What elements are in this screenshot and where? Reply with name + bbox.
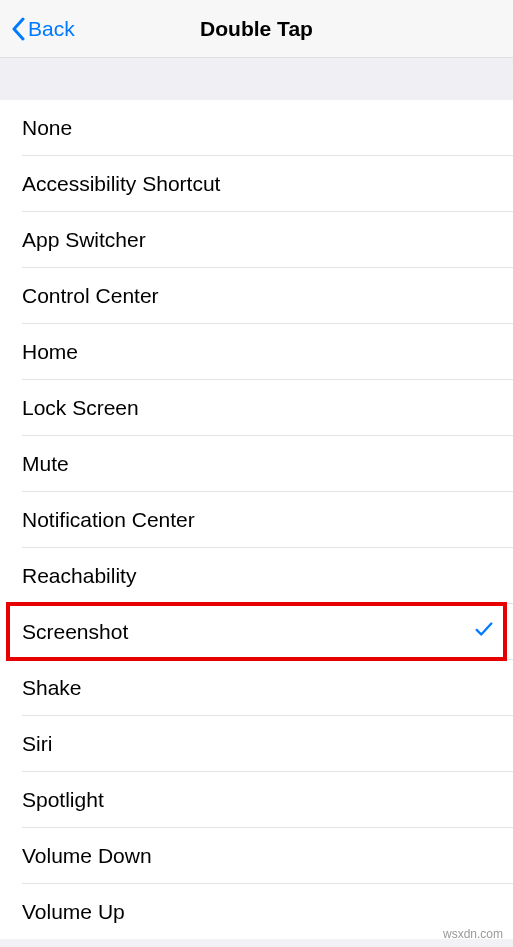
option-row-inner: None: [0, 100, 513, 155]
back-label: Back: [28, 17, 75, 41]
option-row[interactable]: None: [0, 100, 513, 155]
option-label: Accessibility Shortcut: [22, 172, 220, 196]
option-row-inner: Volume Down: [0, 828, 513, 883]
option-label: Volume Up: [22, 900, 125, 924]
option-label: Spotlight: [22, 788, 104, 812]
option-label: Screenshot: [22, 620, 128, 644]
option-label: Mute: [22, 452, 69, 476]
option-row[interactable]: Siri: [0, 716, 513, 771]
option-row-inner: Accessibility Shortcut: [0, 156, 513, 211]
option-row[interactable]: Spotlight: [0, 772, 513, 827]
option-row-inner: Screenshot: [0, 604, 513, 659]
option-row-inner: Siri: [0, 716, 513, 771]
option-row-inner: Volume Up: [0, 884, 513, 939]
option-label: Reachability: [22, 564, 136, 588]
option-row-inner: Reachability: [0, 548, 513, 603]
option-row-inner: Lock Screen: [0, 380, 513, 435]
option-row-inner: Control Center: [0, 268, 513, 323]
option-label: Volume Down: [22, 844, 152, 868]
back-button[interactable]: Back: [0, 17, 75, 41]
option-label: Lock Screen: [22, 396, 139, 420]
option-label: App Switcher: [22, 228, 146, 252]
option-row[interactable]: Control Center: [0, 268, 513, 323]
options-list: NoneAccessibility ShortcutApp SwitcherCo…: [0, 100, 513, 939]
option-row[interactable]: App Switcher: [0, 212, 513, 267]
page-title: Double Tap: [0, 17, 513, 41]
option-label: Shake: [22, 676, 82, 700]
option-row[interactable]: Mute: [0, 436, 513, 491]
option-row-inner: App Switcher: [0, 212, 513, 267]
option-row[interactable]: Accessibility Shortcut: [0, 156, 513, 211]
option-label: None: [22, 116, 72, 140]
option-row-inner: Mute: [0, 436, 513, 491]
option-row-inner: Home: [0, 324, 513, 379]
option-row[interactable]: Shake: [0, 660, 513, 715]
watermark: wsxdn.com: [443, 927, 503, 941]
navbar: Back Double Tap: [0, 0, 513, 58]
option-label: Siri: [22, 732, 52, 756]
option-row-inner: Notification Center: [0, 492, 513, 547]
option-row[interactable]: Home: [0, 324, 513, 379]
section-spacer: [0, 58, 513, 100]
option-row-inner: Shake: [0, 660, 513, 715]
option-row[interactable]: Volume Down: [0, 828, 513, 883]
chevron-left-icon: [10, 17, 26, 41]
option-row[interactable]: Reachability: [0, 548, 513, 603]
option-row[interactable]: Volume Up: [0, 884, 513, 939]
option-row[interactable]: Lock Screen: [0, 380, 513, 435]
option-row[interactable]: Notification Center: [0, 492, 513, 547]
option-label: Notification Center: [22, 508, 195, 532]
option-label: Control Center: [22, 284, 159, 308]
checkmark-icon: [473, 618, 495, 645]
option-label: Home: [22, 340, 78, 364]
option-row-inner: Spotlight: [0, 772, 513, 827]
option-row[interactable]: Screenshot: [0, 604, 513, 659]
